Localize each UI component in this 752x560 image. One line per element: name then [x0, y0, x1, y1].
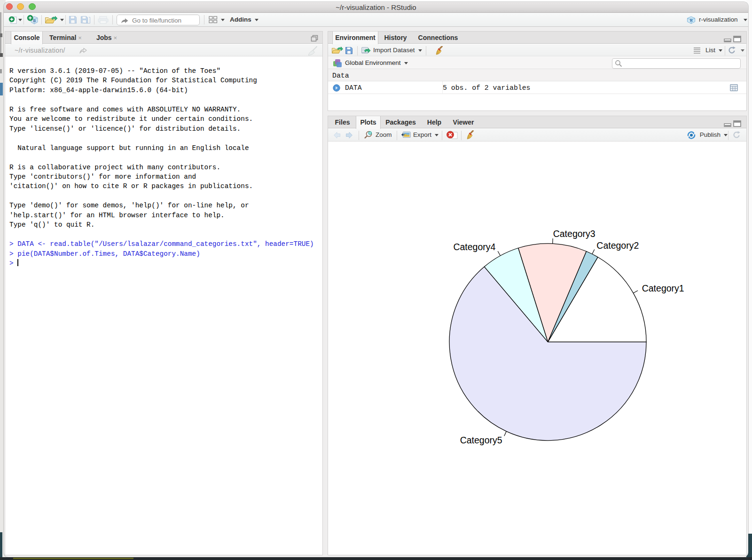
svg-text:R: R: [33, 18, 36, 23]
svg-text:Category2: Category2: [596, 240, 639, 251]
svg-text:Category3: Category3: [553, 229, 595, 239]
svg-text:Category4: Category4: [453, 242, 495, 252]
svg-text:Category1: Category1: [642, 283, 684, 293]
svg-text:R: R: [690, 18, 693, 23]
svg-text:Category5: Category5: [460, 435, 502, 445]
